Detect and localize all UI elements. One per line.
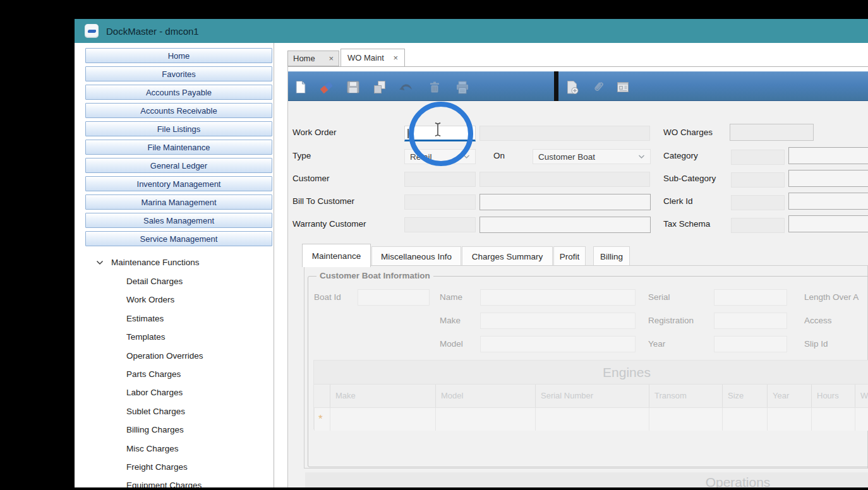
tab-profit[interactable]: Profit	[553, 246, 586, 267]
tree-item-operation-overrides[interactable]: Operation Overrides	[126, 351, 272, 369]
tab-billing[interactable]: Billing	[593, 246, 630, 267]
boat-name-label: Name	[440, 292, 462, 302]
bill-to-customer-id-field	[404, 194, 476, 210]
work-order-label: Work Order	[292, 128, 337, 137]
chevron-down-icon	[96, 260, 104, 265]
sidebar-item-service-management[interactable]: Service Management	[85, 231, 272, 246]
engines-grid-title: Engines	[314, 361, 868, 384]
boat-name-field	[480, 289, 636, 306]
tree-item-sublet-charges[interactable]: Sublet Charges	[126, 407, 272, 425]
title-bar: DockMaster - dmcon1	[75, 19, 868, 43]
cell-transom[interactable]	[649, 408, 722, 431]
engines-grid: Engines Make Model Serial Number Transom…	[313, 360, 868, 429]
tree-item-misc-charges[interactable]: Misc Charges	[126, 444, 272, 462]
sidebar-item-accounts-receivable[interactable]: Accounts Receivable	[85, 103, 272, 118]
sidebar: Home Favorites Accounts Payable Accounts…	[75, 43, 274, 487]
clerk-id-field	[731, 195, 785, 210]
boat-registration-field	[714, 313, 787, 329]
cell-serial-number[interactable]	[535, 408, 649, 431]
bill-to-customer-name-field[interactable]	[479, 194, 651, 210]
col-transom[interactable]: Transom	[649, 385, 722, 408]
col-w[interactable]: W	[855, 385, 868, 408]
new-document-icon[interactable]	[293, 80, 308, 95]
undo-icon[interactable]	[398, 80, 413, 95]
tree-item-freight-charges[interactable]: Freight Charges	[126, 462, 272, 481]
tab-wo-maint-label: WO Maint	[347, 53, 384, 63]
warranty-customer-id-field	[404, 217, 476, 232]
toolbar-main	[288, 71, 554, 101]
eraser-icon[interactable]	[319, 80, 334, 95]
warranty-customer-name-field[interactable]	[479, 217, 651, 233]
tax-schema-desc-field[interactable]	[788, 215, 868, 232]
tab-charges-summary[interactable]: Charges Summary	[462, 246, 553, 267]
cell-year[interactable]	[767, 408, 811, 431]
customer-label: Customer	[292, 174, 330, 183]
engines-header-row: Make Model Serial Number Transom Size Ye…	[314, 384, 868, 408]
col-model[interactable]: Model	[435, 385, 535, 408]
sidebar-item-general-ledger[interactable]: General Ledger	[85, 158, 272, 173]
cell-size[interactable]	[722, 408, 767, 431]
engines-new-row[interactable]: *	[314, 407, 868, 431]
clerk-desc-field[interactable]	[788, 193, 868, 210]
print-icon[interactable]	[455, 80, 470, 95]
on-label: On	[493, 151, 505, 160]
close-icon[interactable]: ×	[393, 54, 398, 62]
sub-category-desc-field[interactable]	[788, 170, 868, 187]
sidebar-item-favorites[interactable]: Favorites	[85, 66, 272, 81]
category-label: Category	[663, 151, 698, 160]
category-id-field	[731, 150, 785, 165]
tax-schema-label: Tax Schema	[663, 219, 710, 229]
cell-model[interactable]	[435, 408, 535, 431]
save-copy-icon[interactable]	[372, 80, 387, 95]
add-document-icon[interactable]	[565, 80, 580, 95]
tab-miscellaneous-info[interactable]: Miscellaneous Info	[371, 246, 461, 267]
window-title: DockMaster - dmcon1	[106, 26, 199, 37]
save-icon[interactable]	[346, 80, 361, 95]
chevron-down-icon	[638, 155, 645, 159]
tree-item-templates[interactable]: Templates	[126, 332, 272, 350]
tree-item-work-orders[interactable]: Work Orders	[126, 295, 272, 313]
toolbar-separator	[554, 71, 558, 101]
tab-home[interactable]: Home ×	[287, 51, 339, 66]
sidebar-item-sales-management[interactable]: Sales Management	[85, 213, 272, 228]
sidebar-item-marina-management[interactable]: Marina Management	[85, 194, 272, 210]
sidebar-item-accounts-payable[interactable]: Accounts Payable	[85, 85, 272, 100]
tree-item-detail-charges[interactable]: Detail Charges	[126, 277, 272, 295]
sidebar-item-file-listings[interactable]: File Listings	[85, 121, 272, 136]
boat-id-field[interactable]	[358, 289, 430, 306]
tree-item-equipment-charges[interactable]: Equipment Charges	[126, 481, 272, 487]
customer-name-field	[479, 172, 650, 187]
col-hours[interactable]: Hours	[811, 385, 855, 408]
tree-node-maintenance-functions[interactable]: Maintenance Functions	[96, 258, 200, 267]
cell-make[interactable]	[330, 408, 435, 431]
wo-charges-label: WO Charges	[663, 128, 713, 137]
tab-maintenance[interactable]: Maintenance	[302, 244, 371, 267]
tab-wo-maint[interactable]: WO Maint ×	[341, 49, 405, 66]
report-icon[interactable]	[615, 80, 630, 95]
col-size[interactable]: Size	[722, 385, 767, 408]
boat-serial-label: Serial	[648, 292, 670, 302]
col-year[interactable]: Year	[767, 385, 811, 408]
tree-item-billing-charges[interactable]: Billing Charges	[126, 425, 272, 443]
app-logo-icon	[85, 24, 99, 38]
on-dropdown[interactable]: Customer Boat	[533, 149, 651, 164]
col-make[interactable]: Make	[330, 385, 435, 408]
cell-hours[interactable]	[811, 408, 855, 431]
col-serial-number[interactable]: Serial Number	[535, 385, 649, 408]
access-label: Access	[804, 316, 832, 325]
slip-id-label: Slip Id	[804, 339, 828, 349]
boat-year-label: Year	[648, 339, 665, 349]
tree-item-labor-charges[interactable]: Labor Charges	[126, 388, 272, 406]
sidebar-item-home[interactable]: Home	[85, 48, 272, 63]
sidebar-item-inventory-management[interactable]: Inventory Management	[85, 176, 272, 191]
type-label: Type	[292, 151, 311, 160]
sidebar-item-file-maintenance[interactable]: File Maintenance	[85, 140, 272, 155]
cell-w[interactable]	[855, 408, 868, 431]
attachment-icon[interactable]	[591, 80, 606, 95]
category-desc-field[interactable]	[788, 147, 868, 164]
close-icon[interactable]: ×	[329, 54, 334, 63]
tree-item-parts-charges[interactable]: Parts Charges	[126, 369, 272, 388]
tree-item-estimates[interactable]: Estimates	[126, 314, 272, 332]
tree-root-label: Maintenance Functions	[111, 258, 200, 267]
delete-icon[interactable]	[427, 80, 442, 95]
